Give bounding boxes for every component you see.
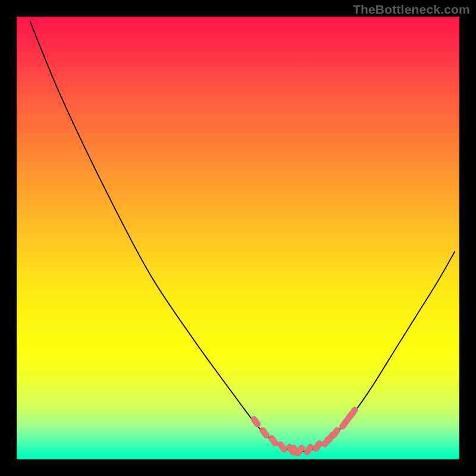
bottleneck-curve: [30, 21, 455, 452]
marker-cluster: [250, 406, 359, 457]
marker-point: [312, 440, 324, 453]
marker-point: [268, 434, 280, 447]
marker-point: [250, 415, 262, 428]
chart-canvas: [17, 17, 459, 459]
watermark-text: TheBottleneck.com: [353, 2, 470, 17]
bottleneck-chart: [17, 17, 459, 459]
